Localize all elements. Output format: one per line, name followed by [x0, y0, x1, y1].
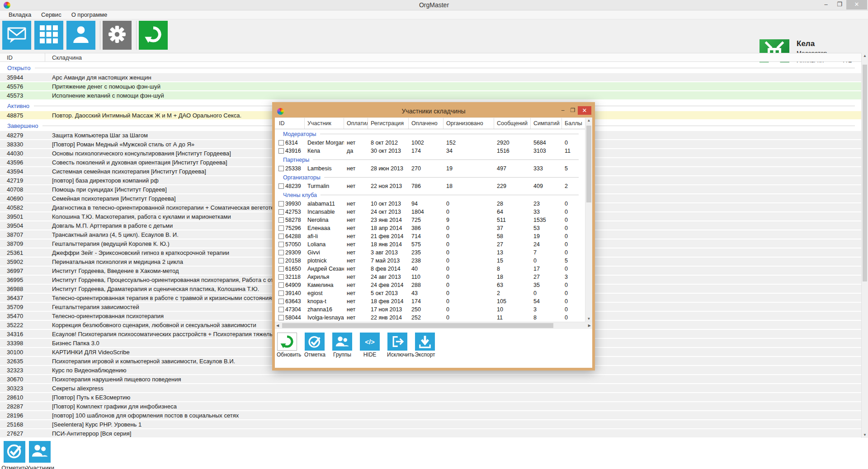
participant-row[interactable]: 64909Камелинанет24 фев 2014288063350 — [275, 281, 585, 289]
scroll-right-icon[interactable]: ▶ — [588, 324, 591, 328]
participant-row[interactable]: 58278Nerolinaнет23 янв 2014725951115350 — [275, 216, 585, 224]
cell-user: Loliana — [305, 241, 344, 248]
refresh-icon — [277, 333, 297, 351]
cell-likes: 333 — [531, 165, 562, 172]
cell-registration: 5 окт 2013 — [368, 290, 409, 296]
dialog-footer-button-3[interactable]: </>HIDE — [359, 333, 380, 358]
main-scrollbar[interactable]: ▲ ▼ — [861, 53, 868, 438]
table-row[interactable]: 28196[повтор] 100 шаблонов для оформлени… — [0, 411, 861, 419]
column-header[interactable]: Оплачено — [409, 118, 443, 129]
dialog-table-header: ID Участник Оплатил Регистрация Оплачено… — [275, 117, 585, 129]
participants-button[interactable] — [29, 441, 51, 463]
cell-paid: нет — [344, 183, 368, 189]
table-row[interactable]: 45573Исполнение желаний с помощи фэн-шуй — [0, 91, 861, 99]
dialog-footer-button-label: Обновить — [277, 352, 297, 358]
cell-user: Еленааа — [305, 225, 344, 231]
close-icon[interactable]: ✕ — [846, 0, 867, 9]
participant-row[interactable]: 61650Андрей Сезановнет8 фев 20144008170 — [275, 265, 585, 273]
cell-points: 2 — [562, 183, 585, 189]
dialog-footer-button-5[interactable]: Экспорт — [415, 333, 435, 358]
dialog-footer-button-4[interactable]: Исключить — [387, 333, 408, 358]
maximize-icon[interactable]: ❐ — [833, 0, 846, 9]
column-header[interactable]: Оплатил — [344, 118, 368, 129]
users-button[interactable] — [66, 21, 95, 50]
menu-item-2[interactable]: О программе — [66, 11, 113, 18]
participant-row[interactable]: 39140egiostнет5 окт 2013430200 — [275, 289, 585, 297]
check-circle-icon — [305, 333, 325, 351]
refresh-button[interactable] — [139, 21, 168, 50]
participant-row[interactable]: 58044Ivolga-lesnayaнет22 янв 20142520118… — [275, 314, 585, 322]
column-header[interactable]: Баллы — [562, 118, 585, 129]
cell-likes: 27 — [531, 274, 562, 280]
participant-row[interactable]: 57050Lolianaнет18 янв 2014575027240 — [275, 240, 585, 249]
table-row[interactable]: 45576Притяжение денег с помощью фэн-шуй — [0, 82, 861, 90]
participant-row[interactable]: 48239Turmalinнет22 ноя 2013786182294092 — [275, 182, 585, 190]
participant-row[interactable]: 39930alabama11нет10 окт 201394028230 — [275, 200, 585, 208]
participant-row[interactable]: 75296Еленааанет18 апр 2014386037530 — [275, 224, 585, 232]
table-row[interactable]: 30323Секреты aliexpress — [0, 384, 861, 392]
cell-registration: 7 май 2013 — [368, 258, 409, 264]
menu-item-0[interactable]: Вкладка — [4, 11, 36, 18]
row-title: Арс Аманди для настоящих женщин — [45, 74, 861, 81]
grid-button[interactable] — [34, 21, 63, 50]
scroll-down-icon[interactable]: ▼ — [585, 317, 592, 321]
table-row[interactable]: 25168[Seelentera] Курс PHP. Уровень 1 — [0, 420, 861, 428]
row-title: Психотерапия нарушений пищевого поведени… — [45, 376, 861, 383]
menu-item-1[interactable]: Сервис — [36, 11, 66, 18]
cell-registration: 3 авг 2013 — [368, 249, 409, 256]
column-header[interactable]: Участник — [305, 118, 344, 129]
participant-row[interactable]: 20158plotnickнет7 май 201323801505 — [275, 257, 585, 265]
toolbar-separator — [100, 21, 100, 50]
scrollbar-thumb[interactable] — [282, 323, 553, 328]
scroll-left-icon[interactable]: ◀ — [276, 324, 279, 328]
participant-row[interactable]: 25338Lambesisнет28 июн 2013270194973335 — [275, 164, 585, 173]
scroll-down-icon[interactable]: ▼ — [862, 433, 868, 437]
dialog-scrollbar-horizontal[interactable]: ◀ ▶ — [275, 322, 592, 329]
mark-button[interactable] — [4, 441, 25, 463]
cell-organized: 0 — [443, 201, 494, 207]
dialog-maximize-icon[interactable]: ❐ — [568, 106, 578, 115]
scrollbar-thumb[interactable] — [586, 126, 591, 202]
participant-row[interactable]: 29309Givviнет3 авг 201323501370 — [275, 249, 585, 257]
column-header[interactable]: Сообщений — [494, 118, 531, 129]
participant-row[interactable]: 43916Келада30 окт 2013174341516310311 — [275, 147, 585, 155]
participant-row[interactable]: 47304zhanna16нет17 ноя 201325001030 — [275, 305, 585, 314]
participant-row[interactable]: 63643knopa-tнет18 фев 20141740105540 — [275, 297, 585, 305]
column-header[interactable]: ID — [275, 118, 305, 129]
dialog-minimize-icon[interactable]: – — [558, 106, 568, 115]
table-row[interactable]: 28610[Повтор] Путь к БЕЗсмертию — [0, 393, 861, 401]
dialog-footer-button-1[interactable]: Отметка — [304, 333, 325, 358]
dialog-scrollbar-vertical[interactable]: ▲ ▼ — [585, 117, 592, 322]
column-header-skladchina[interactable]: Складчина — [45, 53, 861, 61]
settings-button[interactable] — [103, 21, 132, 50]
column-header[interactable]: Организовано — [443, 118, 494, 129]
table-row[interactable]: 27627ПСИ-Антитеррор [Вся серия] — [0, 429, 861, 437]
scrollbar-thumb[interactable] — [863, 65, 867, 281]
minimize-icon[interactable]: – — [819, 0, 833, 9]
column-header-id[interactable]: ID — [0, 53, 45, 61]
scroll-up-icon[interactable]: ▲ — [585, 118, 592, 122]
table-row[interactable]: 30670Психотерапия нарушений пищевого пов… — [0, 375, 861, 383]
row-id: 32635 — [0, 358, 45, 365]
cell-likes: 23 — [531, 201, 562, 207]
cell-id: 20158 — [281, 258, 305, 264]
cell-likes: 3 — [531, 306, 562, 313]
dialog-footer-button-0[interactable]: Обновить — [277, 333, 297, 358]
participant-row[interactable]: 42753Incansableнет24 окт 20131804064330 — [275, 208, 585, 216]
grid-icon — [40, 25, 58, 45]
participant-row[interactable]: 6314Dexter Morganнет8 окт 20121002152292… — [275, 139, 585, 147]
dialog-footer-button-2[interactable]: Группы — [332, 333, 353, 358]
cell-likes: 53 — [531, 225, 562, 231]
participant-row[interactable]: 32118Акрильянет24 авг 2013110018273 — [275, 273, 585, 281]
table-row[interactable]: 35944Арс Аманди для настоящих женщин — [0, 73, 861, 81]
column-header[interactable]: Регистрация — [368, 118, 409, 129]
cell-id: 39140 — [281, 290, 305, 296]
refresh-icon — [143, 24, 163, 46]
cell-messages: 64 — [494, 209, 531, 215]
table-row[interactable]: 28287[Повтор] Комплект графики для инфоб… — [0, 402, 861, 410]
scroll-up-icon[interactable]: ▲ — [862, 54, 868, 58]
participant-row[interactable]: 64288afi-liнет21 фев 2014714058190 — [275, 232, 585, 240]
column-header[interactable]: Симпатий — [531, 118, 562, 129]
dialog-close-icon[interactable]: ✕ — [578, 106, 591, 115]
messages-button[interactable] — [2, 21, 31, 50]
